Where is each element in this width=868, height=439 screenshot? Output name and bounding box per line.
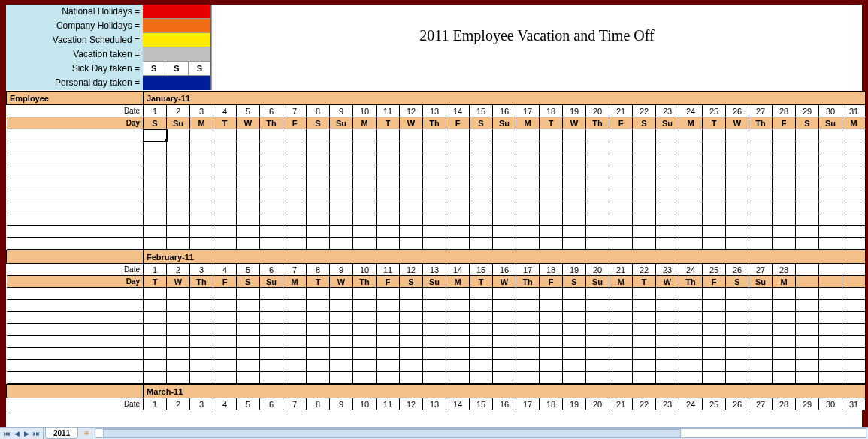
cell[interactable]: 12	[400, 105, 423, 117]
cell[interactable]	[586, 226, 609, 238]
cell[interactable]	[377, 348, 400, 360]
cell[interactable]	[167, 153, 190, 165]
cell[interactable]	[679, 201, 703, 213]
cell[interactable]: F	[213, 276, 237, 288]
cell[interactable]: S	[144, 117, 167, 129]
cell[interactable]	[656, 372, 679, 384]
cell[interactable]	[470, 360, 493, 372]
cell[interactable]: 1	[144, 398, 167, 410]
cell[interactable]	[726, 348, 749, 360]
cell[interactable]	[516, 213, 540, 226]
cell[interactable]	[679, 360, 703, 372]
cell[interactable]	[400, 226, 423, 238]
cell[interactable]: 26	[726, 105, 749, 117]
cell[interactable]: 16	[493, 398, 516, 410]
cell[interactable]	[307, 177, 330, 189]
cell[interactable]: Su	[749, 276, 773, 288]
cell[interactable]: 8	[307, 398, 330, 410]
cell[interactable]	[167, 288, 190, 300]
cell[interactable]	[656, 348, 679, 360]
cell[interactable]	[377, 288, 400, 300]
cell[interactable]	[726, 226, 749, 238]
cell[interactable]	[586, 213, 609, 226]
cell[interactable]	[773, 348, 796, 360]
cell[interactable]	[563, 201, 586, 213]
cell[interactable]	[423, 165, 446, 177]
cell[interactable]	[423, 372, 446, 384]
cell[interactable]	[726, 324, 749, 336]
cell[interactable]	[563, 312, 586, 324]
cell[interactable]: 13	[423, 264, 446, 276]
cell[interactable]: 19	[563, 398, 586, 410]
cell[interactable]	[773, 336, 796, 348]
cell[interactable]	[796, 300, 819, 312]
cell[interactable]: 26	[726, 398, 749, 410]
cell[interactable]: W	[563, 117, 586, 129]
cell[interactable]	[633, 153, 656, 165]
cell[interactable]	[377, 372, 400, 384]
cell[interactable]: M	[679, 117, 703, 129]
cell[interactable]	[260, 324, 283, 336]
cell[interactable]: 17	[516, 105, 540, 117]
cell[interactable]	[330, 300, 353, 312]
cell[interactable]	[144, 165, 167, 177]
cell[interactable]: 24	[679, 398, 703, 410]
cell[interactable]	[237, 300, 260, 312]
cell[interactable]	[190, 226, 213, 238]
cell[interactable]	[377, 324, 400, 336]
cell[interactable]	[423, 177, 446, 189]
cell[interactable]	[679, 348, 703, 360]
cell[interactable]	[283, 372, 307, 384]
cell[interactable]	[446, 129, 470, 141]
cell[interactable]	[726, 372, 749, 384]
cell[interactable]	[470, 201, 493, 213]
cell[interactable]	[237, 336, 260, 348]
cell[interactable]	[749, 129, 773, 141]
cell[interactable]	[213, 213, 237, 226]
cell[interactable]: W	[167, 276, 190, 288]
cell[interactable]	[609, 177, 633, 189]
cell[interactable]	[493, 129, 516, 141]
cell[interactable]	[563, 141, 586, 153]
cell[interactable]	[679, 312, 703, 324]
cell[interactable]	[493, 312, 516, 324]
cell[interactable]: 21	[609, 264, 633, 276]
cell[interactable]	[749, 336, 773, 348]
cell[interactable]	[330, 238, 353, 250]
cell[interactable]	[819, 201, 842, 213]
cell[interactable]	[563, 360, 586, 372]
cell[interactable]	[213, 177, 237, 189]
cell[interactable]	[773, 324, 796, 336]
cell[interactable]	[703, 312, 726, 324]
cell[interactable]	[377, 213, 400, 226]
cell[interactable]	[400, 238, 423, 250]
cell[interactable]	[167, 213, 190, 226]
cell[interactable]	[819, 226, 842, 238]
cell[interactable]	[563, 348, 586, 360]
cell[interactable]	[493, 360, 516, 372]
cell[interactable]	[307, 165, 330, 177]
cell[interactable]	[656, 336, 679, 348]
cell[interactable]	[796, 360, 819, 372]
cell[interactable]	[400, 153, 423, 165]
cell[interactable]: 25	[703, 264, 726, 276]
cell[interactable]	[656, 213, 679, 226]
cell[interactable]	[726, 300, 749, 312]
cell[interactable]	[796, 238, 819, 250]
cell[interactable]: F	[377, 276, 400, 288]
cell[interactable]: 11	[377, 105, 400, 117]
cell[interactable]	[656, 141, 679, 153]
cell[interactable]	[773, 201, 796, 213]
cell[interactable]	[796, 264, 819, 276]
cell[interactable]: M	[609, 276, 633, 288]
cell[interactable]	[377, 201, 400, 213]
cell[interactable]: 23	[656, 264, 679, 276]
cell[interactable]	[726, 141, 749, 153]
cell[interactable]: 2	[167, 105, 190, 117]
cell[interactable]	[679, 238, 703, 250]
cell[interactable]	[446, 360, 470, 372]
cell[interactable]: S	[400, 276, 423, 288]
cell[interactable]	[423, 288, 446, 300]
cell[interactable]	[563, 288, 586, 300]
cell[interactable]	[633, 336, 656, 348]
